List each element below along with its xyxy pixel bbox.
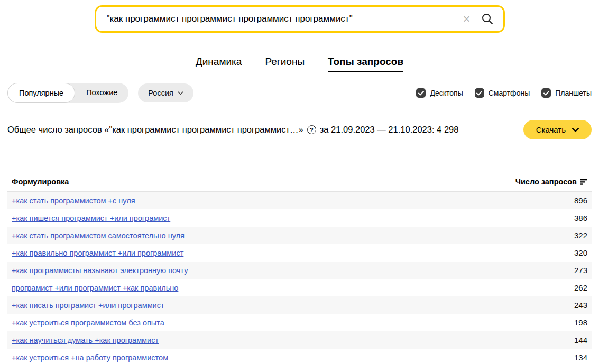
summary-after: за 21.09.2023 — 21.10.2023: 4 298: [320, 125, 459, 135]
table-row: +как научиться думать +как программист 1…: [7, 331, 592, 349]
table-row: +как устроиться +на работу программистом…: [7, 349, 592, 364]
checkbox-checked-icon[interactable]: [416, 88, 426, 98]
query-count: 896: [574, 196, 587, 205]
summary-before: Общее число запросов «"как программист п…: [7, 125, 303, 135]
search-input[interactable]: [107, 14, 461, 24]
device-label: Десктопы: [430, 89, 463, 97]
query-link[interactable]: +как устроиться +на работу программистом: [12, 353, 168, 362]
device-label: Планшеты: [555, 89, 592, 97]
query-count: 134: [574, 353, 587, 362]
region-label: Россия: [148, 89, 173, 97]
region-selector[interactable]: Россия: [138, 83, 193, 102]
table-row: +как устроиться программистом без опыта …: [7, 314, 592, 331]
checkbox-checked-icon[interactable]: [475, 88, 484, 98]
query-link[interactable]: +как стать программистом +с нуля: [12, 197, 135, 205]
query-link[interactable]: +как устроиться программистом без опыта: [12, 319, 164, 327]
download-button[interactable]: Скачать: [523, 120, 592, 139]
column-count[interactable]: Число запросов: [515, 178, 587, 186]
query-link[interactable]: +как правильно программист +или программ…: [12, 249, 183, 257]
table-row: +как пишется программист +или програмист…: [7, 209, 592, 227]
query-type-switcher: Популярные Похожие: [7, 83, 128, 103]
checkbox-checked-icon[interactable]: [541, 88, 551, 98]
query-link[interactable]: +как программисты называют электронную п…: [12, 266, 188, 275]
table-row: +как писать програмист +или программист …: [7, 296, 592, 314]
table-row: +как стать программистом самостоятельно …: [7, 227, 592, 244]
search-icon[interactable]: [481, 13, 494, 25]
column-count-label: Число запросов: [515, 178, 577, 186]
tab-top-queries[interactable]: Топы запросов: [328, 56, 403, 72]
summary-text: Общее число запросов «"как программист п…: [7, 125, 458, 135]
query-link[interactable]: програмист +или программист +как правиль…: [12, 284, 178, 292]
table-row: +как программисты называют электронную п…: [7, 262, 592, 279]
chevron-down-icon: [572, 128, 579, 132]
query-link[interactable]: +как писать програмист +или программист: [12, 301, 164, 310]
help-icon[interactable]: ?: [307, 125, 316, 134]
download-label: Скачать: [536, 125, 566, 134]
tab-dynamics[interactable]: Динамика: [196, 56, 242, 72]
device-smartphones[interactable]: Смартфоны: [475, 88, 530, 98]
tab-regions[interactable]: Регионы: [265, 56, 305, 72]
device-filters: Десктопы Смартфоны Планшеты: [416, 88, 592, 98]
search-box[interactable]: ×: [95, 5, 505, 33]
query-count: 273: [574, 266, 587, 275]
filter-left: Популярные Похожие Россия: [7, 83, 193, 103]
segment-popular[interactable]: Популярные: [7, 83, 75, 103]
segment-similar[interactable]: Похожие: [75, 83, 128, 103]
query-count: 322: [574, 231, 587, 240]
column-phrase: Формулировка: [12, 178, 69, 186]
query-count: 243: [574, 301, 587, 310]
summary-row: Общее число запросов «"как программист п…: [0, 120, 599, 139]
top-queries-table: Формулировка Число запросов +как стать п…: [7, 178, 592, 364]
query-link[interactable]: +как стать программистом самостоятельно …: [12, 231, 185, 240]
filter-row: Популярные Похожие Россия Десктопы Смарт…: [0, 83, 599, 103]
table-row: +как правильно программист +или программ…: [7, 244, 592, 262]
query-count: 144: [574, 335, 587, 344]
table-row: програмист +или программист +как правиль…: [7, 279, 592, 296]
query-count: 320: [574, 248, 587, 257]
device-tablets[interactable]: Планшеты: [541, 88, 592, 98]
table-row: +как стать программистом +с нуля 896: [7, 192, 592, 209]
search-bar: ×: [0, 5, 599, 33]
query-count: 386: [574, 213, 587, 222]
device-desktops[interactable]: Десктопы: [416, 88, 463, 98]
query-link[interactable]: +как научиться думать +как программист: [12, 336, 159, 344]
clear-icon[interactable]: ×: [460, 13, 472, 25]
query-link[interactable]: +как пишется программист +или програмист: [12, 214, 170, 222]
query-count: 262: [574, 283, 587, 292]
chevron-down-icon: [178, 91, 183, 95]
query-count: 198: [574, 318, 587, 327]
table-header: Формулировка Число запросов: [7, 178, 592, 192]
sort-descending-icon[interactable]: [580, 178, 587, 185]
tab-bar: Динамика Регионы Топы запросов: [0, 56, 599, 72]
device-label: Смартфоны: [489, 89, 530, 97]
